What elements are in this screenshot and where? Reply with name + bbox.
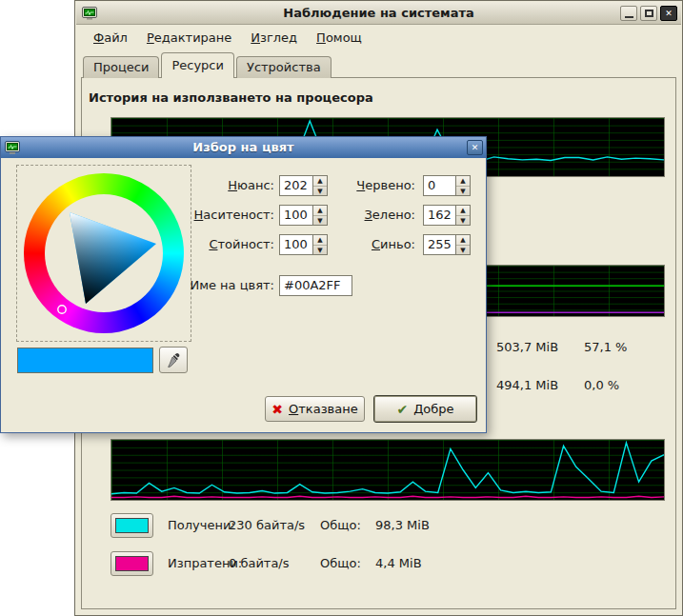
maximize-button[interactable] xyxy=(640,6,657,21)
sent-total-label: Общо: xyxy=(320,556,375,570)
green-spinbutton[interactable]: 162 ▲▼ xyxy=(423,205,471,226)
desktop: Наблюдение на системата ✕ Файл Редактира… xyxy=(0,0,683,616)
eyedropper-icon xyxy=(166,352,181,368)
blue-spinbutton[interactable]: 255 ▲▼ xyxy=(423,234,471,255)
color-name-input[interactable]: #00A2FF xyxy=(279,275,352,296)
hue-spin-down-icon[interactable]: ▼ xyxy=(313,187,327,196)
hue-value: 202 xyxy=(284,178,308,192)
saturation-spinbutton[interactable]: 100 ▲▼ xyxy=(279,205,328,226)
received-label: Получени: xyxy=(168,518,229,532)
tab-devices[interactable]: Устройства xyxy=(236,56,331,78)
window-title: Наблюдение на системата xyxy=(76,6,681,20)
sent-color-button[interactable] xyxy=(110,551,153,576)
menu-file[interactable]: Файл xyxy=(84,27,137,49)
blue-label: Синьо: xyxy=(330,237,415,251)
saturation-value: 100 xyxy=(284,208,308,222)
network-received-row: Получени: 230 байта/s Общо: 98,3 MiB xyxy=(110,512,430,538)
ok-icon: ✔ xyxy=(396,402,408,417)
green-label: Зелено: xyxy=(330,208,415,222)
swap-percent: 0,0 % xyxy=(584,378,619,392)
hue-spin-up-icon[interactable]: ▲ xyxy=(313,176,327,187)
swap-amount: 494,1 MiB xyxy=(496,378,558,392)
green-value: 162 xyxy=(428,208,452,222)
current-color-preview xyxy=(17,348,153,373)
menu-view[interactable]: Изглед xyxy=(241,27,307,49)
received-total-label: Общо: xyxy=(320,518,375,532)
menu-help[interactable]: Помощ xyxy=(307,27,372,49)
cpu-history-heading: История на използването на процесора xyxy=(89,90,373,105)
saturation-spin-up-icon[interactable]: ▲ xyxy=(313,206,327,216)
tab-bar: Процеси Ресурси Устройства xyxy=(83,52,333,78)
memory-amount: 503,7 MiB xyxy=(496,340,558,354)
blue-spin-down-icon[interactable]: ▼ xyxy=(456,246,470,255)
sent-total: 4,4 MiB xyxy=(375,556,422,570)
sent-rate: 0 байта/s xyxy=(229,556,320,570)
hue-label: Нюанс: xyxy=(163,178,274,192)
blue-spin-up-icon[interactable]: ▲ xyxy=(456,235,470,246)
received-rate: 230 байта/s xyxy=(229,518,320,532)
cancel-label: Отказване xyxy=(289,402,358,416)
green-spin-up-icon[interactable]: ▲ xyxy=(456,206,470,216)
value-spin-down-icon[interactable]: ▼ xyxy=(313,246,327,255)
hsv-triangle[interactable] xyxy=(24,173,184,333)
dialog-titlebar[interactable]: Избор на цвят ✕ xyxy=(1,137,486,158)
close-window-icon[interactable]: ✕ xyxy=(660,6,677,21)
value-value: 100 xyxy=(284,237,308,251)
hue-selector xyxy=(58,306,66,313)
network-history-chart xyxy=(110,439,665,501)
color-picker-dialog: Избор на цвят ✕ xyxy=(0,136,487,433)
titlebar-buttons: ✕ xyxy=(620,6,677,21)
red-spin-down-icon[interactable]: ▼ xyxy=(456,187,470,196)
network-sent-row: Изпратени: 0 байта/s Общо: 4,4 MiB xyxy=(110,550,422,576)
color-name-value: #00A2FF xyxy=(284,278,341,292)
dialog-title: Избор на цвят xyxy=(1,140,486,154)
received-color-swatch xyxy=(115,518,149,533)
ok-label: Добре xyxy=(413,402,453,416)
menubar: Файл Редактиране Изглед Помощ xyxy=(76,26,681,50)
menu-edit[interactable]: Редактиране xyxy=(137,27,241,49)
cancel-button[interactable]: ✖ Отказване xyxy=(265,396,365,422)
red-label: Червено: xyxy=(330,178,415,192)
window-titlebar[interactable]: Наблюдение на системата ✕ xyxy=(76,2,681,25)
hue-spinbutton[interactable]: 202 ▲▼ xyxy=(279,175,328,196)
sent-label: Изпратени: xyxy=(168,556,229,570)
sent-color-swatch xyxy=(115,556,149,571)
cancel-icon: ✖ xyxy=(271,402,283,417)
received-total: 98,3 MiB xyxy=(375,518,430,532)
minimize-button[interactable] xyxy=(620,6,637,21)
color-name-label: Име на цвят: xyxy=(163,278,274,292)
eyedropper-button[interactable] xyxy=(159,347,188,373)
value-spin-up-icon[interactable]: ▲ xyxy=(313,235,327,246)
red-value: 0 xyxy=(428,178,435,192)
green-spin-down-icon[interactable]: ▼ xyxy=(456,216,470,226)
value-label: Стойност: xyxy=(163,237,274,251)
red-spin-up-icon[interactable]: ▲ xyxy=(456,176,470,187)
memory-percent: 57,1 % xyxy=(584,340,627,354)
received-color-button[interactable] xyxy=(110,513,153,538)
ok-button[interactable]: ✔ Добре xyxy=(373,395,477,423)
red-spinbutton[interactable]: 0 ▲▼ xyxy=(423,175,471,196)
tab-processes[interactable]: Процеси xyxy=(83,56,159,78)
value-spinbutton[interactable]: 100 ▲▼ xyxy=(279,234,328,255)
blue-value: 255 xyxy=(428,237,452,251)
dialog-close-icon[interactable]: ✕ xyxy=(467,140,483,155)
saturation-label: Наситеност: xyxy=(163,208,274,222)
tab-resources[interactable]: Ресурси xyxy=(161,52,234,78)
saturation-spin-down-icon[interactable]: ▼ xyxy=(313,216,327,226)
